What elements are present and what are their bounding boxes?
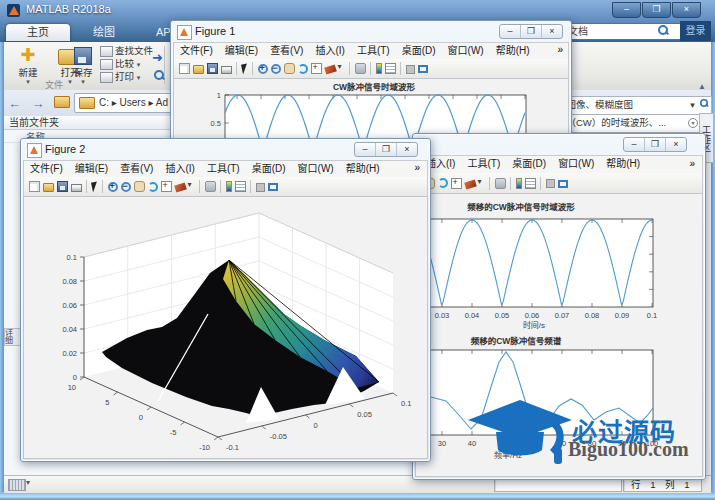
dock-small-icon[interactable] [256,183,265,192]
rotate-3d-icon[interactable] [298,64,308,74]
menu-item[interactable]: 窗口(W) [552,156,600,172]
pointer-icon[interactable] [91,181,99,192]
folder-up-icon[interactable] [54,96,70,108]
sign-in-button[interactable]: 登录 [680,21,711,41]
menu-overflow-chevron[interactable]: » [414,162,420,173]
close-button[interactable]: × [672,2,701,18]
forward-arrow-icon[interactable]: → [31,96,44,111]
close-button[interactable]: × [396,143,417,156]
history-icon[interactable]: ▾ [688,118,698,128]
dock-figure-icon[interactable] [418,65,428,73]
zoom-in-icon[interactable] [108,182,118,192]
dock-figure-icon[interactable] [268,183,278,191]
insert-colorbar-icon[interactable] [226,181,232,192]
search-suggestion-row[interactable]: 号（CW）的时域波形、... ▾ × [552,115,712,133]
search-icon[interactable] [658,25,668,35]
menu-item[interactable]: 窗口(W) [442,43,490,59]
save-icon[interactable] [207,63,218,74]
dropdown-icon[interactable] [479,178,485,189]
link-plots-icon[interactable] [495,178,506,189]
rotate-3d-icon[interactable] [438,178,448,188]
dropdown-icon[interactable] [339,63,345,74]
menu-item[interactable]: 桌面(D) [246,161,292,177]
minimize-button[interactable]: – [612,2,641,18]
print-icon[interactable] [71,184,82,192]
insert-legend-icon[interactable] [525,178,536,189]
new-doc-icon[interactable] [179,63,190,74]
tab-home[interactable]: 主页 [6,24,70,41]
menu-item[interactable]: 查看(V) [114,161,159,177]
print-button[interactable]: 打印 ▾ [100,70,162,83]
zoom-in-icon[interactable] [258,64,268,74]
zoom-out-icon[interactable] [271,64,281,74]
find-icon[interactable] [154,70,164,80]
menu-item[interactable]: 插入(I) [159,161,200,177]
dock-small-icon[interactable] [546,179,555,188]
figure2-titlebar[interactable]: Figure 2 – ❐ × [21,139,430,160]
pan-icon[interactable] [134,181,145,192]
minimize-button[interactable]: – [500,25,520,38]
maximize-button[interactable]: ❐ [644,138,665,151]
brush-icon[interactable] [324,64,337,74]
insert-legend-icon[interactable] [235,181,246,192]
maximize-button[interactable]: ❐ [375,143,396,156]
menu-item[interactable]: 工具(T) [351,43,396,59]
data-cursor-icon[interactable] [311,63,322,74]
tab-plots[interactable]: 绘图 [72,24,136,41]
link-plots-icon[interactable] [355,63,366,74]
new-doc-icon[interactable] [29,181,40,192]
menu-item[interactable]: 文件(F) [24,161,69,177]
menu-item[interactable]: 编辑(E) [219,43,264,59]
menu-item[interactable]: 帮助(H) [340,161,386,177]
data-cursor-icon[interactable] [161,181,172,192]
menu-item[interactable]: 文件(F) [174,43,219,59]
menu-overflow-chevron[interactable]: » [557,44,563,55]
save-icon[interactable] [57,181,68,192]
maximize-button[interactable]: ❐ [642,2,671,18]
brush-icon[interactable] [464,179,477,189]
pan-icon[interactable] [284,63,295,74]
print-icon[interactable] [221,66,232,74]
insert-colorbar-icon[interactable] [376,63,382,74]
dock-figure-icon[interactable] [558,180,568,188]
dock-small-icon[interactable] [406,65,415,74]
rotate-3d-icon[interactable] [148,182,158,192]
open-folder-icon[interactable] [43,183,54,192]
menu-item[interactable]: 插入(I) [309,43,350,59]
import-data-icon[interactable]: ➜ [152,50,163,65]
menu-overflow-chevron[interactable]: » [689,158,695,169]
brush-icon[interactable] [174,182,187,192]
menu-item[interactable]: 帮助(H) [490,43,536,59]
dropdown-icon[interactable] [189,181,195,192]
close-button[interactable]: × [665,138,686,151]
main-titlebar[interactable]: MATLAB R2018a – ❐ × [0,0,715,20]
minimize-button[interactable]: – [624,138,644,151]
zoom-out-icon[interactable] [121,182,131,192]
maximize-button[interactable]: ❐ [520,25,541,38]
search-history-combo[interactable]: 成图像、模糊度图 ▼ [552,96,712,115]
menu-item[interactable]: 工具(T) [461,156,506,172]
search-icon[interactable] [700,99,708,107]
link-plots-icon[interactable] [205,181,216,192]
back-arrow-icon[interactable]: ← [8,96,21,111]
figure1-titlebar[interactable]: Figure 1 – ❐ × [171,21,571,42]
menu-item[interactable]: 窗口(W) [292,161,340,177]
figure3-titlebar[interactable]: – ❐ × [413,134,705,155]
details-panel-tab[interactable]: 详细 [4,328,21,346]
insert-legend-icon[interactable] [385,63,396,74]
minimize-button[interactable]: – [355,143,375,156]
status-grip-icon[interactable] [8,479,26,491]
chevron-down-icon[interactable]: ▼ [688,101,696,110]
menu-item[interactable]: 桌面(D) [396,43,442,59]
insert-colorbar-icon[interactable] [516,178,522,189]
data-cursor-icon[interactable] [451,178,462,189]
status-grip-caret[interactable]: ▾ [26,478,30,487]
menu-item[interactable]: 工具(T) [201,161,246,177]
pointer-icon[interactable] [241,63,249,74]
menu-item[interactable]: 桌面(D) [506,156,552,172]
close-button[interactable]: × [541,25,562,38]
menu-item[interactable]: 帮助(H) [600,156,646,172]
open-folder-icon[interactable] [193,65,204,74]
menu-item[interactable]: 查看(V) [264,43,309,59]
menu-item[interactable]: 编辑(E) [69,161,114,177]
